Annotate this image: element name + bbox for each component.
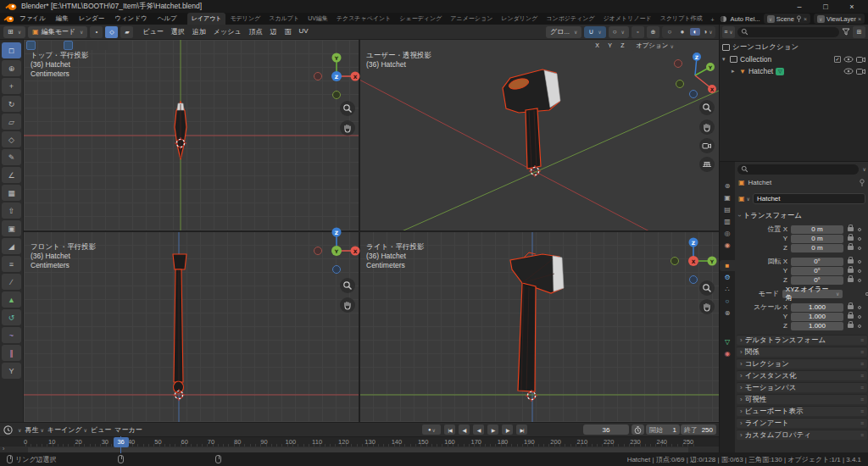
tab-geometry-nodes[interactable]: ジオメトリノード (599, 13, 656, 25)
scale-z-field[interactable]: 1.000 (791, 322, 843, 330)
tool-edge-slide-icon[interactable]: ∥ (2, 345, 21, 361)
animate-dot-icon[interactable] (858, 237, 861, 241)
shading-rendered-icon[interactable]: ◑ (703, 28, 713, 36)
tool-rip-region-icon[interactable]: Y (2, 363, 21, 379)
tool-add-cube-icon[interactable]: ▦ (2, 185, 21, 201)
tool-poly-build-icon[interactable]: ▲ (2, 291, 21, 308)
tab-scripting[interactable]: スクリプト作成 (656, 13, 707, 25)
hide-eye-icon[interactable] (843, 56, 854, 63)
blender-menu-icon[interactable] (3, 15, 14, 23)
tab-physics-icon[interactable]: ○ (720, 296, 735, 307)
animate-dot-icon[interactable] (858, 260, 861, 264)
show-overlays-button[interactable]: ⊕ (647, 26, 659, 38)
menu-add[interactable]: 追加 (189, 27, 209, 36)
outliner-item-hatchet[interactable]: ▸ ▼ Hatchet ▽ (720, 65, 868, 77)
menu-uv[interactable]: UV (296, 27, 312, 36)
panel-delta-transform[interactable]: ›デルタトランスフォーム≡ (737, 335, 867, 345)
tab-rendering[interactable]: レンダリング (497, 13, 542, 25)
editor-type-button[interactable]: ⊞ (3, 26, 25, 38)
panel-custom-properties[interactable]: ›カスタムプロパティ≡ (737, 430, 867, 440)
outliner-search-input[interactable] (737, 27, 839, 37)
animate-dot-icon[interactable] (858, 279, 861, 282)
pin-icon[interactable] (796, 15, 802, 23)
tab-tool-icon[interactable]: ⊛ (720, 180, 735, 191)
tab-sculpting[interactable]: スカルプト (264, 13, 303, 25)
edge-select-button[interactable]: ◇ (105, 26, 118, 38)
pan-hand-icon[interactable] (340, 120, 355, 136)
tab-object-data-icon[interactable]: ▽ (720, 336, 735, 347)
tool-toggle-icon[interactable] (75, 41, 85, 50)
object-id-icon[interactable]: ▣ (738, 195, 750, 202)
tool-move-icon[interactable]: + (2, 78, 21, 94)
location-x-field[interactable]: 0 m (791, 225, 843, 234)
shading-material-icon[interactable]: ◐ (690, 28, 700, 36)
hide-eye-icon[interactable] (843, 68, 854, 75)
rotation-x-field[interactable]: 0° (791, 258, 843, 266)
zoom-icon[interactable] (699, 280, 715, 296)
jump-to-end-button[interactable]: ▶| (516, 424, 527, 435)
pan-hand-icon[interactable] (699, 119, 715, 135)
properties-filter-dropdown[interactable] (861, 165, 866, 173)
tab-modifiers-icon[interactable]: ⚙ (720, 272, 735, 283)
remove-viewlayer-icon[interactable]: × (858, 16, 861, 22)
tool-extrude-icon[interactable]: ⇧ (2, 202, 21, 219)
panel-collections[interactable]: ›コレクション≡ (737, 358, 867, 369)
mode-dropdown[interactable]: ▣編集モード (28, 26, 87, 38)
snap-magnet-button[interactable]: ∪ (584, 26, 605, 38)
tab-uv-editing[interactable]: UV編集 (303, 13, 332, 25)
menu-select[interactable]: 選択 (168, 27, 188, 36)
rotation-z-field[interactable]: 0° (791, 276, 843, 285)
minimize-button[interactable]: – (788, 0, 810, 13)
shading-wireframe-icon[interactable]: ○ (665, 28, 675, 36)
properties-search-input[interactable] (737, 164, 859, 175)
location-z-field[interactable]: 0 m (791, 244, 843, 252)
current-frame-field[interactable]: 36 (583, 424, 629, 435)
menu-file[interactable]: ファイル (14, 14, 51, 23)
tab-animation[interactable]: アニメーション (446, 13, 497, 25)
play-button[interactable]: ▶ (487, 424, 498, 435)
scene-selector[interactable]: Scene × (764, 14, 810, 24)
tool-transform-icon[interactable]: ◇ (2, 131, 21, 147)
menu-keying[interactable]: キーイング (47, 425, 87, 435)
panel-line-art[interactable]: ›ラインアート≡ (737, 418, 867, 428)
expand-arrow-icon[interactable]: ▾ (722, 56, 727, 63)
menu-render[interactable]: レンダー (74, 14, 110, 23)
lock-icon[interactable] (848, 246, 854, 250)
tab-render-icon[interactable]: ▣ (720, 192, 735, 203)
tab-world-icon[interactable]: ◉ (720, 240, 735, 251)
menu-face[interactable]: 面 (281, 27, 295, 36)
tab-constraints-icon[interactable]: ⊗ (720, 308, 735, 319)
face-select-button[interactable]: ▰ (120, 26, 133, 38)
lock-icon[interactable] (848, 305, 854, 309)
tool-toggle-icon[interactable] (87, 41, 97, 50)
lock-icon[interactable] (848, 269, 854, 273)
animate-dot-icon[interactable] (858, 325, 861, 328)
menu-view[interactable]: ビュー (91, 425, 111, 435)
animate-dot-icon[interactable] (858, 269, 861, 273)
panel-motion-paths[interactable]: ›モーションパス≡ (737, 382, 867, 392)
tab-material-icon[interactable]: ◉ (720, 348, 735, 359)
camera-view-icon[interactable] (699, 138, 715, 153)
panel-visibility[interactable]: ›可視性≡ (737, 394, 867, 404)
next-keyframe-button[interactable]: |▶ (502, 424, 513, 435)
menu-mesh[interactable]: メッシュ (210, 27, 245, 36)
tool-inset-faces-icon[interactable]: ▣ (2, 220, 21, 236)
frame-start-field[interactable]: 開始1 (646, 424, 680, 435)
mirror-x-button[interactable]: X (592, 41, 603, 50)
tab-shading[interactable]: シェーディング (395, 13, 446, 25)
tool-cursor-icon[interactable]: ⊕ (2, 60, 21, 76)
options-dropdown[interactable]: オプション (632, 41, 678, 51)
menu-edit[interactable]: 編集 (51, 14, 74, 23)
tab-compositing[interactable]: コンポジティング (542, 13, 598, 25)
tool-measure-icon[interactable]: ∠ (2, 167, 21, 183)
auto-overrides-label[interactable]: Auto Rel... (731, 15, 760, 23)
unlink-scene-icon[interactable]: × (804, 16, 807, 22)
play-reverse-button[interactable]: ◀ (473, 424, 484, 435)
breadcrumb-object[interactable]: Hatchet (748, 179, 772, 186)
location-y-field[interactable]: 0 m (791, 235, 843, 243)
editor-type-chevron[interactable] (16, 426, 21, 434)
tab-modeling[interactable]: モデリング (225, 13, 264, 25)
tab-particles-icon[interactable]: ∴ (720, 284, 735, 295)
tab-layout[interactable]: レイアウト (187, 13, 226, 25)
auto-keying-record-icon[interactable]: ● (422, 424, 441, 435)
